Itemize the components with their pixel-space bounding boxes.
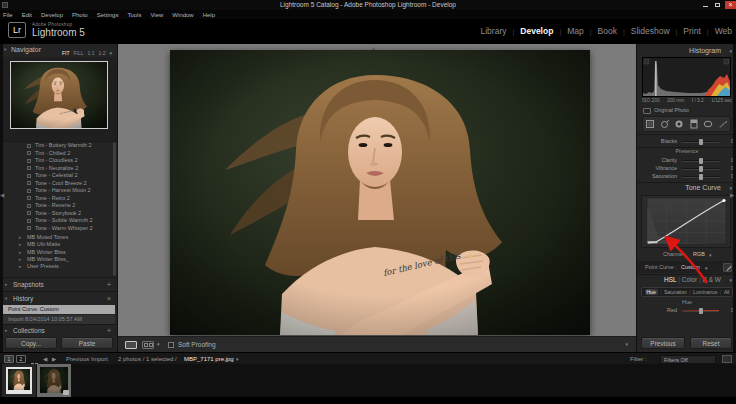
- preset-item[interactable]: Tone - Harvest Moon 2: [0, 187, 113, 195]
- preset-item[interactable]: Tint - Chilled 2: [0, 150, 113, 158]
- menu-window[interactable]: Window: [172, 12, 193, 18]
- before-after-caret-icon[interactable]: ▾: [157, 341, 160, 347]
- radial-filter-tool-icon[interactable]: [703, 115, 713, 133]
- saturation-slider[interactable]: [682, 176, 719, 178]
- blacks-slider-thumb[interactable]: [699, 139, 703, 145]
- edit-point-curve-icon[interactable]: [723, 263, 732, 272]
- saturation-slider-thumb[interactable]: [699, 174, 703, 180]
- preset-item[interactable]: Tint - Buttery Warmth 2: [0, 142, 113, 150]
- snapshots-header[interactable]: ▸ Snapshots +: [0, 279, 117, 290]
- reset-button[interactable]: Reset: [690, 337, 732, 349]
- red-hue-slider-thumb[interactable]: [699, 308, 703, 314]
- channel-caret-icon[interactable]: ▾: [709, 252, 712, 258]
- adjustment-brush-tool-icon[interactable]: [718, 115, 728, 133]
- module-map[interactable]: Map: [567, 26, 584, 36]
- spot-removal-tool-icon[interactable]: [660, 115, 670, 133]
- maximize-button[interactable]: [712, 1, 723, 9]
- menu-photo[interactable]: Photo: [72, 12, 88, 18]
- menu-file[interactable]: File: [3, 12, 13, 18]
- menu-settings[interactable]: Settings: [97, 12, 119, 18]
- color-segment[interactable]: Color: [682, 276, 698, 283]
- history-header[interactable]: ▾ History ×: [0, 293, 117, 304]
- history-step[interactable]: Import 8/24/2014 10:05:57 AM: [2, 315, 115, 324]
- preset-item[interactable]: Tone - Retro 2: [0, 195, 113, 203]
- channel-value[interactable]: RGB: [693, 251, 705, 257]
- crop-tool-icon[interactable]: [645, 115, 655, 133]
- menu-view[interactable]: View: [150, 12, 163, 18]
- point-curve-value[interactable]: Custom: [681, 264, 700, 270]
- preset-item[interactable]: Tone - Reverie 2: [0, 202, 113, 210]
- clear-history-icon[interactable]: ×: [107, 293, 111, 304]
- go-back-icon[interactable]: ◀: [43, 356, 47, 362]
- left-panel-collapse-icon[interactable]: ◀: [0, 192, 4, 198]
- menu-edit[interactable]: Edit: [22, 12, 32, 18]
- preset-group[interactable]: ▸MB Ulti-Matte: [0, 241, 113, 248]
- module-slideshow[interactable]: Slideshow: [631, 26, 670, 36]
- filter-dropdown[interactable]: Filters Off: [660, 355, 716, 364]
- tone-curve-collapse-icon[interactable]: ▾: [729, 185, 732, 191]
- preset-scrollbar[interactable]: [113, 142, 116, 276]
- histogram-title[interactable]: Histogram: [637, 47, 733, 54]
- before-after-icon[interactable]: [142, 341, 154, 349]
- collections-header[interactable]: ▸ Collections +: [0, 325, 117, 336]
- module-develop[interactable]: Develop: [520, 26, 553, 36]
- clarity-slider[interactable]: [682, 160, 719, 162]
- close-button[interactable]: ×: [725, 1, 736, 9]
- toolbar-options-caret-icon[interactable]: ▾: [625, 341, 628, 347]
- module-library[interactable]: Library: [480, 26, 506, 36]
- history-step-selected[interactable]: Point Curve: Custom: [2, 305, 115, 314]
- vibrance-slider[interactable]: [682, 168, 719, 170]
- preset-group[interactable]: ▸MB Winter Bliss_: [0, 256, 113, 263]
- filmstrip-thumbnail-selected[interactable]: [37, 364, 71, 397]
- add-snapshot-icon[interactable]: +: [107, 279, 111, 290]
- bw-segment[interactable]: B & W: [703, 276, 721, 283]
- previous-button[interactable]: Previous: [641, 337, 685, 349]
- add-collection-icon[interactable]: +: [107, 325, 111, 336]
- red-hue-slider[interactable]: [682, 310, 719, 312]
- preset-group[interactable]: ▸MB Muted Tones: [0, 234, 113, 241]
- preset-item[interactable]: Tone - Cool Breeze 2: [0, 180, 113, 188]
- tab-hue[interactable]: Hue: [645, 289, 658, 295]
- tab-luminance[interactable]: Luminance: [693, 289, 717, 295]
- point-curve-caret-icon[interactable]: ▾: [705, 265, 708, 271]
- tab-saturation[interactable]: Saturation: [664, 289, 687, 295]
- main-photo[interactable]: [170, 50, 590, 335]
- preset-item[interactable]: Tone - Subtle Warmth 2: [0, 217, 113, 225]
- filmstrip-filter-toggle-icon[interactable]: [722, 355, 732, 363]
- tab-all[interactable]: All: [724, 289, 730, 295]
- blacks-slider[interactable]: [682, 141, 719, 143]
- module-print[interactable]: Print: [683, 26, 700, 36]
- module-web[interactable]: Web: [715, 26, 732, 36]
- tone-curve-graph[interactable]: [641, 195, 731, 248]
- preset-item[interactable]: Tint - Cloudless 2: [0, 157, 113, 165]
- preset-item[interactable]: Tint - Neutralize 2: [0, 165, 113, 173]
- graduated-filter-tool-icon[interactable]: [689, 115, 699, 133]
- right-panel-collapse-icon[interactable]: ▶: [730, 192, 734, 198]
- preset-group[interactable]: ▸MB Winter Bliss: [0, 249, 113, 256]
- soft-proofing-checkbox[interactable]: [168, 342, 174, 348]
- menu-help[interactable]: Help: [203, 12, 215, 18]
- copy-button[interactable]: Copy...: [5, 337, 57, 349]
- navigator-preview[interactable]: [11, 62, 107, 128]
- menu-tools[interactable]: Tools: [127, 12, 141, 18]
- preset-item[interactable]: Tone - Storybook 2: [0, 210, 113, 218]
- navigator-header[interactable]: ▾ Navigator FIT FILL 1:1 1:2 ▾: [0, 44, 117, 55]
- histogram-graph[interactable]: [642, 57, 731, 97]
- hsl-header[interactable]: HSL | Color | B & W: [637, 276, 733, 283]
- hsl-collapse-icon[interactable]: ▾: [729, 277, 732, 283]
- loupe-view-icon[interactable]: [125, 341, 137, 349]
- histogram-collapse-icon[interactable]: ▾: [729, 48, 732, 54]
- tone-curve-title[interactable]: Tone Curve: [637, 184, 733, 191]
- preset-item[interactable]: Tone - Warm Whisper 2: [0, 225, 113, 233]
- preset-group[interactable]: ▸User Presets: [0, 263, 113, 270]
- go-forward-icon[interactable]: ▶: [52, 356, 56, 362]
- module-book[interactable]: Book: [598, 26, 617, 36]
- second-window-icon[interactable]: 2: [16, 355, 26, 363]
- preset-item[interactable]: Tone - Celestial 2: [0, 172, 113, 180]
- filmstrip-source-caret-icon[interactable]: ▾: [236, 356, 239, 362]
- main-window-icon[interactable]: 1: [4, 355, 14, 363]
- filmstrip-thumbnail[interactable]: [2, 364, 36, 397]
- paste-button[interactable]: Paste: [61, 337, 113, 349]
- minimize-button[interactable]: [700, 1, 711, 9]
- red-eye-tool-icon[interactable]: [674, 115, 684, 133]
